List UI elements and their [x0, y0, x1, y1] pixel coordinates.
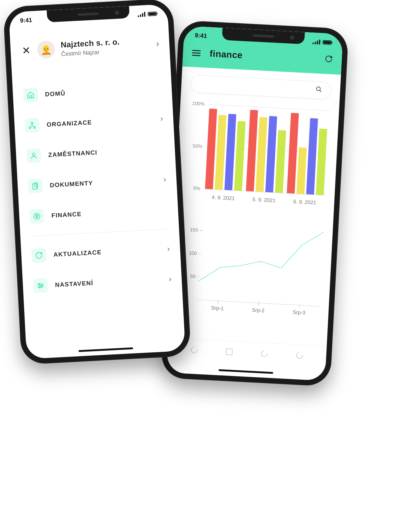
line-x-tick: Srp-2 — [238, 307, 279, 315]
refresh-icon — [31, 248, 46, 263]
search-input[interactable] — [190, 75, 331, 100]
line-y-tick: 150 — [183, 227, 198, 233]
chevron-right-icon: › — [169, 274, 172, 283]
status-indicators — [138, 10, 157, 18]
bar — [275, 130, 286, 193]
home-indicator — [219, 369, 273, 374]
bar — [234, 121, 246, 191]
svg-line-1 — [320, 90, 321, 92]
signal-icon — [138, 12, 146, 17]
bar-y-tick: 0% — [185, 185, 200, 191]
bar-group — [244, 106, 289, 193]
close-icon[interactable]: ✕ — [21, 44, 32, 57]
menu-list: DOMŮORGANIZACE›ZAMĚSTNANCIDOKUMENTY›FINA… — [12, 66, 182, 302]
nav-loading-icon[interactable] — [189, 345, 199, 354]
svg-point-14 — [39, 283, 40, 285]
bar-chart: 0%50%100% 4. 9. 20215. 9. 20216. 9. 2021 — [184, 103, 330, 206]
nav-loading-icon[interactable] — [260, 349, 269, 358]
line-x-tick: Srp-1 — [197, 304, 238, 313]
bar-group — [285, 109, 330, 195]
chevron-right-icon: › — [160, 114, 163, 123]
menu-item-label: ZAMĚSTNANCI — [48, 145, 165, 158]
menu-item-label: DOMŮ — [45, 85, 162, 98]
svg-point-2 — [31, 122, 33, 124]
status-indicators — [313, 38, 332, 46]
status-time: 9:41 — [20, 16, 32, 24]
bottom-nav — [167, 338, 327, 368]
home-indicator — [79, 347, 133, 352]
bar-group — [203, 104, 248, 191]
finance-body: 0%50%100% 4. 9. 20215. 9. 20216. 9. 2021… — [169, 66, 341, 317]
nav-loading-icon[interactable] — [295, 351, 304, 360]
profile-texts: Najztech s. r. o. Čestmír Najzar — [60, 36, 150, 57]
svg-point-16 — [39, 286, 41, 288]
line-chart: 50100150 Srp-1Srp-2Srp-3 — [179, 220, 324, 317]
sliders-icon — [33, 278, 48, 293]
bar-x-tick: 4. 9. 2021 — [203, 194, 244, 202]
line-x-tick: Srp-3 — [278, 309, 320, 317]
bar — [316, 129, 327, 195]
page-title: finance — [210, 49, 316, 64]
bar — [297, 147, 307, 194]
svg-rect-7 — [32, 184, 37, 189]
nav-square-icon[interactable] — [226, 348, 233, 355]
bar-y-tick: 100% — [189, 100, 205, 107]
screen-menu: 9:41 ✕ 🧑‍🦲 Najztech s. r. o. Čestmír Naj… — [8, 4, 185, 359]
svg-point-15 — [41, 285, 43, 286]
battery-icon — [148, 11, 157, 16]
search-icon — [315, 86, 322, 95]
signal-icon — [313, 39, 320, 44]
notch — [47, 6, 130, 22]
bar-x-tick: 5. 9. 2021 — [243, 196, 285, 204]
phone-menu: 9:41 ✕ 🧑‍🦲 Najztech s. r. o. Čestmír Naj… — [3, 0, 191, 365]
menu-item-label: AKTUALIZACE — [53, 246, 160, 258]
doc-icon — [28, 178, 43, 193]
status-time: 9:41 — [195, 32, 207, 39]
menu-item-label: NASTAVENÍ — [55, 276, 162, 288]
bar-y-tick: 50% — [187, 143, 203, 149]
line-series — [198, 226, 324, 288]
refresh-icon[interactable] — [324, 55, 333, 65]
menu-item-label: DOKUMENTY — [50, 176, 156, 188]
org-icon — [25, 118, 40, 133]
menu-item-label: ORGANIZACE — [46, 116, 153, 128]
battery-icon — [323, 40, 332, 45]
chevron-right-icon: › — [167, 244, 170, 253]
money-icon — [29, 208, 44, 224]
svg-point-5 — [32, 153, 35, 156]
menu-item-label: FINANCE — [51, 206, 168, 219]
menu-icon[interactable] — [192, 50, 201, 56]
screen-finance: 9:41 finance 0%50%100% — [166, 26, 343, 381]
profile-row[interactable]: ✕ 🧑‍🦲 Najztech s. r. o. Čestmír Najzar › — [10, 25, 170, 75]
bar-x-tick: 6. 9. 2021 — [284, 198, 325, 206]
avatar: 🧑‍🦲 — [37, 40, 55, 59]
chevron-right-icon: › — [163, 175, 166, 184]
home-icon — [23, 87, 38, 103]
chevron-right-icon[interactable]: › — [156, 39, 159, 49]
person-icon — [26, 148, 41, 163]
